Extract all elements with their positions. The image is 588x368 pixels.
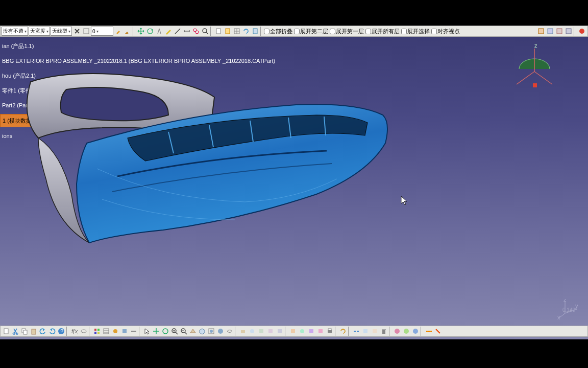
svg-point-13 — [579, 29, 584, 34]
expand-l2-checkbox[interactable]: 展开第二层 — [294, 28, 328, 35]
opt2-icon[interactable] — [546, 27, 555, 36]
collapse-all-checkbox[interactable]: 全部折叠 — [264, 28, 292, 35]
b3-icon[interactable] — [257, 327, 266, 336]
f1-icon[interactable] — [424, 327, 433, 336]
help-icon[interactable]: ? — [57, 327, 66, 336]
compass-tool-icon[interactable] — [155, 27, 164, 36]
c2-icon[interactable] — [298, 327, 307, 336]
top-toolbar: 没有不透 无宽度 无线型 0 全部折叠 展开第二层 展开第一层 展开所有层 展开… — [0, 26, 588, 37]
b5-icon[interactable] — [275, 327, 284, 336]
svg-rect-9 — [538, 29, 544, 34]
pan-icon[interactable] — [152, 327, 161, 336]
svg-rect-50 — [278, 329, 282, 333]
workbench-icon[interactable] — [577, 27, 586, 36]
shade-icon[interactable] — [216, 327, 225, 336]
doc1-icon[interactable] — [214, 27, 223, 36]
compass-manipulator[interactable]: z — [511, 43, 557, 95]
c3-icon[interactable] — [307, 327, 316, 336]
new-icon[interactable] — [2, 327, 11, 336]
svg-rect-12 — [566, 29, 571, 34]
opt3-icon[interactable] — [555, 27, 564, 36]
x-button[interactable] — [72, 27, 82, 36]
trash-icon[interactable] — [379, 327, 388, 336]
dimension-icon[interactable] — [182, 27, 191, 36]
iso-view-icon[interactable] — [198, 327, 207, 336]
c4-icon[interactable] — [316, 327, 325, 336]
table-icon[interactable] — [102, 327, 111, 336]
model-3d[interactable] — [10, 66, 393, 250]
tree-node[interactable]: ian (产品1.1) — [0, 40, 143, 52]
b1-icon[interactable] — [238, 327, 248, 336]
transparency-dropdown[interactable]: 没有不透 — [2, 27, 28, 36]
svg-rect-48 — [259, 329, 263, 333]
copy-icon[interactable] — [20, 327, 29, 336]
fit-icon[interactable] — [207, 327, 216, 336]
opt1-icon[interactable] — [536, 27, 546, 36]
b2-icon[interactable] — [248, 327, 257, 336]
numeric-dropdown[interactable]: 0 — [91, 27, 113, 36]
sync-icon[interactable] — [241, 27, 251, 36]
grid-icon[interactable] — [232, 27, 241, 36]
tool-c-icon[interactable] — [129, 327, 138, 336]
tool-b-icon[interactable] — [120, 327, 129, 336]
rotate2-icon[interactable] — [161, 327, 170, 336]
normal-view-icon[interactable] — [188, 327, 198, 336]
align-view-checkbox[interactable]: 对齐视点 — [431, 28, 460, 35]
svg-rect-33 — [94, 329, 96, 331]
opt4-icon[interactable] — [564, 27, 573, 36]
svg-text:x: x — [557, 314, 560, 319]
svg-rect-46 — [241, 330, 245, 333]
picker-button[interactable] — [82, 27, 91, 36]
e2-icon[interactable] — [402, 327, 411, 336]
svg-point-32 — [81, 330, 86, 333]
refresh-icon[interactable] — [338, 327, 348, 336]
separator — [210, 27, 213, 36]
separator — [335, 327, 338, 336]
zoomin-icon[interactable] — [170, 327, 179, 336]
separator — [89, 327, 92, 336]
expand-sel-checkbox[interactable]: 展开选择 — [401, 28, 430, 35]
svg-rect-35 — [94, 332, 96, 334]
separator — [285, 327, 288, 336]
separator — [66, 327, 69, 336]
f2-icon[interactable] — [433, 327, 443, 336]
d3-icon[interactable] — [370, 327, 379, 336]
rotate-icon[interactable] — [145, 27, 155, 36]
svg-rect-54 — [318, 329, 323, 333]
zoomout-icon[interactable] — [179, 327, 188, 336]
grid2-icon[interactable] — [92, 327, 102, 336]
paste-icon[interactable] — [29, 327, 38, 336]
expand-l1-checkbox[interactable]: 展开第一层 — [330, 28, 364, 35]
select-icon[interactable] — [142, 327, 152, 336]
expand-all-checkbox[interactable]: 展开所有层 — [365, 28, 400, 35]
hide-icon[interactable] — [225, 327, 234, 336]
cut-icon[interactable] — [11, 327, 20, 336]
move-icon[interactable] — [136, 27, 145, 36]
paint-button[interactable] — [114, 27, 123, 36]
doc3-icon[interactable] — [251, 27, 260, 36]
d2-icon[interactable] — [361, 327, 370, 336]
tool-a-icon[interactable] — [111, 327, 120, 336]
print-icon[interactable] — [325, 327, 334, 336]
svg-rect-19 — [533, 83, 537, 87]
e1-icon[interactable] — [393, 327, 402, 336]
linewidth-dropdown[interactable]: 无宽度 — [29, 27, 50, 36]
d1-icon[interactable] — [352, 327, 361, 336]
link2-icon[interactable] — [79, 327, 88, 336]
linetype-dropdown[interactable]: 无线型 — [51, 27, 72, 36]
tree-node[interactable]: BBG EXTERIOR BPRO ASSEMBLY _21022018.1 (… — [0, 55, 143, 67]
link-icon[interactable] — [191, 27, 201, 36]
undo-icon[interactable] — [38, 327, 47, 336]
pencil-icon[interactable] — [164, 27, 173, 36]
svg-rect-28 — [32, 329, 36, 334]
line-tool-icon[interactable] — [173, 27, 182, 36]
fx-icon[interactable]: f(x) — [70, 327, 79, 336]
search-icon[interactable] — [201, 27, 210, 36]
redo-icon[interactable] — [47, 327, 57, 336]
c1-icon[interactable] — [288, 327, 298, 336]
brush-button[interactable] — [123, 27, 132, 36]
z-label: z — [534, 43, 537, 49]
doc2-icon[interactable] — [223, 27, 232, 36]
e3-icon[interactable] — [411, 327, 420, 336]
b4-icon[interactable] — [266, 327, 275, 336]
